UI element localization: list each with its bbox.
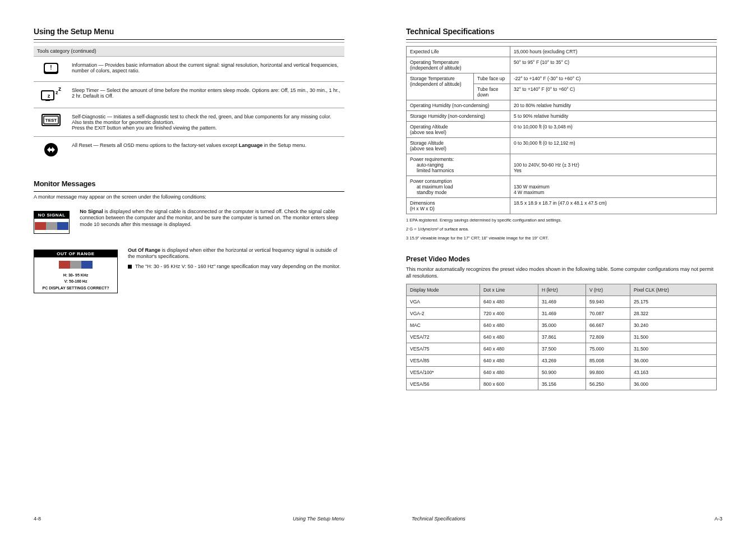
timing-cell: 43.163 [630, 367, 717, 379]
table-row: VGA-2720 x 40031.46970.08728.322 [407, 308, 717, 320]
timing-cell: 31.469 [538, 308, 586, 320]
spec-value: 32° to +140° F (0° to +60° C) [510, 84, 717, 100]
row-desc-suffix: in the Setup menu. [262, 142, 306, 148]
timing-cell: 640 x 480 [480, 320, 538, 331]
out-of-range-heading: Out Of Range [128, 247, 160, 253]
timing-cell: 56.250 [586, 379, 630, 390]
table-row: Storage Humidity (non-condensing)5 to 90… [407, 111, 717, 122]
table-row: VGA640 x 48031.46959.94025.175 [407, 296, 717, 308]
spec-note-2: 2 G = 1/dyne/cm² of surface area. [406, 227, 717, 232]
preset-title: Preset Video Modes [406, 255, 717, 263]
timing-cell: VGA-2 [407, 308, 480, 320]
timing-cell: 25.175 [630, 296, 717, 308]
spec-value: 0 to 30,000 ft (0 to 12,192 m) [510, 138, 717, 154]
no-signal-row: NO SIGNAL No Signal is displayed when th… [34, 209, 344, 237]
table-row: VESA/72640 x 48037.86172.80931.500 [407, 331, 717, 343]
information-icon: ! [43, 62, 59, 76]
self-diagnostic-icon: TEST [42, 114, 61, 127]
table-row: Expected Life15,000 hours (excluding CRT… [407, 47, 717, 57]
tools-table: Tools category (continued) ! [34, 46, 344, 164]
timing-cell: 66.667 [586, 320, 630, 331]
spec-value: 130 W maximum4 W maximum [510, 176, 717, 198]
color-bars-icon [35, 222, 68, 230]
table-row: All Reset — Resets all OSD menu options … [34, 137, 344, 164]
timing-header: Dot x Line [480, 284, 538, 296]
spec-value: 100 to 240V, 50-60 Hz (± 3 Hz)Yes [510, 154, 717, 176]
no-signal-text: is displayed when the signal cable is di… [80, 209, 338, 227]
document-spread: Using the Setup Menu Tools category (con… [0, 0, 756, 535]
timing-cell: 70.087 [586, 308, 630, 320]
timing-cell: 31.469 [538, 296, 586, 308]
timing-cell: 85.008 [586, 355, 630, 367]
out-of-range-box: OUT OF RANGE H: 30- 95 KHz V: 50-160 Hz … [34, 250, 118, 293]
timing-cell: VESA/100* [407, 367, 480, 379]
preset-intro: This monitor automatically recognizes th… [406, 266, 717, 279]
timing-cell: VESA/85 [407, 355, 480, 367]
timing-cell: 99.800 [586, 367, 630, 379]
page-right: Technical Specifications Expected Life15… [378, 0, 756, 535]
spec-note-1: 1 EPA registered. Energy savings determi… [406, 218, 717, 223]
out-of-range-row: OUT OF RANGE H: 30- 95 KHz V: 50-160 Hz … [34, 247, 344, 297]
spec-value: 15,000 hours (excluding CRT) [510, 47, 717, 57]
spec-sublabel: Tube face down [474, 84, 510, 100]
monitor-messages-intro: A monitor message may appear on the scre… [34, 194, 344, 201]
timing-cell: 30.240 [630, 320, 717, 331]
footer-section: Technical Specifications [412, 516, 465, 522]
table-cell: Self-Diagnostic — Initiates a self-diagn… [68, 108, 344, 137]
spec-label: Operating Altitude(above sea level) [407, 122, 510, 138]
timing-cell: 72.809 [586, 331, 630, 343]
table-row: Power requirements: auto-ranging limited… [407, 154, 717, 176]
timing-cell: 720 x 400 [480, 308, 538, 320]
row-name: Sleep Timer [72, 87, 99, 93]
rule [406, 39, 717, 40]
footer-section: Using the Setup Menu [293, 516, 344, 522]
spec-value: 5 to 90% relative humidity [510, 111, 717, 122]
spec-label: Dimensions (H x W x D) [407, 198, 510, 214]
row-name: Information [72, 62, 97, 68]
rule-fine [34, 42, 344, 43]
svg-rect-4 [45, 100, 50, 101]
timing-header: V (Hz) [586, 284, 630, 296]
row-desc: Provides basic information about the cur… [72, 62, 338, 73]
spec-label: Storage Humidity (non-condensing) [407, 111, 510, 122]
timing-cell: 37.861 [538, 331, 586, 343]
color-bars-icon [59, 261, 93, 269]
footer-left: 4-8 Using the Setup Menu [34, 516, 344, 522]
timing-cell: 43.269 [538, 355, 586, 367]
spec-label: Power requirements: auto-ranging limited… [407, 154, 510, 176]
tools-table-header: Tools category (continued) [34, 46, 344, 57]
table-row: MAC640 x 48035.00066.66730.240 [407, 320, 717, 331]
table-row: VESA/85640 x 48043.26985.00836.000 [407, 355, 717, 367]
timing-cell: VESA/72 [407, 331, 480, 343]
table-row: Storage Altitude(above sea level)0 to 30… [407, 138, 717, 154]
timing-cell: MAC [407, 320, 480, 331]
out-of-range-sub2: V: 50-160 Hz [34, 279, 117, 286]
out-of-range-sub3: PC DISPLAY SETTINGS CORRECT? [34, 286, 117, 293]
spec-table: Expected Life15,000 hours (excluding CRT… [406, 46, 717, 214]
spec-value: 18.5 x 18.9 x 18.7 in (47.0 x 48.1 x 47.… [510, 198, 717, 214]
table-cell: Sleep Timer — Select the amount of time … [68, 82, 344, 108]
table-row: z z z Sleep Timer — Select the amount of… [34, 82, 344, 108]
footer-right: Technical Specifications A-3 [412, 516, 722, 522]
square-bullet-icon [128, 265, 132, 269]
rule-fine [406, 42, 717, 43]
timing-cell: 35.000 [538, 320, 586, 331]
spec-note-3: 3 15.9" viewable image for the 17" CRT; … [406, 236, 717, 241]
all-reset-icon [44, 142, 58, 158]
spec-label: Operating Humidity (non-condensing) [407, 100, 510, 111]
table-row: ! Information — Provides basic informati… [34, 57, 344, 82]
no-signal-desc: No Signal is displayed when the signal c… [80, 209, 344, 228]
no-signal-box-title: NO SIGNAL [34, 211, 69, 219]
left-section-title: Using the Setup Menu [34, 27, 344, 36]
rule [34, 191, 344, 192]
spec-label: Storage Temperature(independent of altit… [407, 73, 474, 100]
spec-label: Storage Altitude(above sea level) [407, 138, 510, 154]
no-signal-box: NO SIGNAL [34, 211, 70, 234]
svg-text:!: ! [50, 64, 52, 71]
svg-text:z: z [48, 93, 50, 99]
timing-cell: 37.500 [538, 343, 586, 355]
table-row: TEST Self-Diagnostic — Initiates a self-… [34, 108, 344, 137]
table-row: VESA/56800 x 60035.15656.25036.000 [407, 379, 717, 390]
page-number: A-3 [714, 516, 722, 522]
table-cell: Information — Provides basic information… [68, 57, 344, 82]
